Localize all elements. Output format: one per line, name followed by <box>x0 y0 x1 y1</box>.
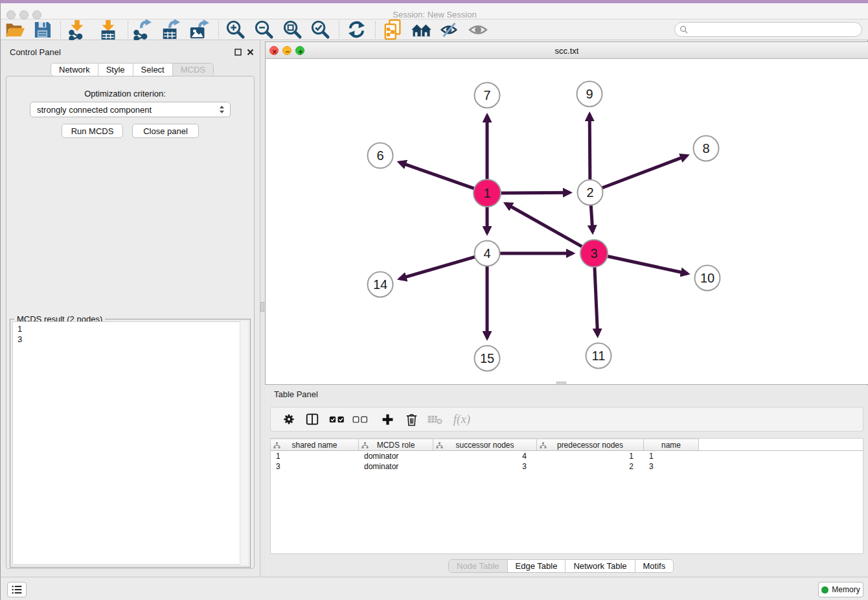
horizontal-divider-handle[interactable] <box>556 382 566 385</box>
delete-table-icon[interactable] <box>426 408 444 431</box>
edge-3-10[interactable] <box>606 256 688 273</box>
edge-2-3[interactable] <box>591 203 593 232</box>
edge-2-8[interactable] <box>600 156 687 189</box>
zoom-fit-icon[interactable] <box>280 19 304 40</box>
mcds-result-list[interactable]: 13 <box>12 321 248 565</box>
delete-icon[interactable] <box>402 408 420 431</box>
edge-3-11[interactable] <box>595 266 598 336</box>
node-15[interactable]: 15 <box>475 346 500 371</box>
node-label: 9 <box>586 87 593 101</box>
run-mcds-button[interactable]: Run MCDS <box>62 124 123 138</box>
node-label: 3 <box>590 246 597 260</box>
select-all-checkbox-icon[interactable] <box>328 408 347 431</box>
control-panel: Control Panel NetworkStyleSelectMCDS Opt… <box>1 40 260 577</box>
zoom-out-icon[interactable] <box>252 19 275 40</box>
table-cell[interactable]: 1 <box>271 452 359 461</box>
network-window-title: scc.txt <box>266 46 868 56</box>
table-cell[interactable]: 1 <box>644 452 699 461</box>
node-9[interactable]: 9 <box>577 82 602 107</box>
result-scrollbar[interactable] <box>240 321 248 565</box>
task-list-button[interactable] <box>7 582 27 597</box>
table-cell[interactable]: 3 <box>271 462 359 471</box>
close-panel-button[interactable]: Close panel <box>132 124 199 138</box>
open-session-icon[interactable] <box>3 19 27 40</box>
table-cell[interactable]: 1 <box>537 452 644 461</box>
tab-network[interactable]: Network <box>51 63 98 76</box>
export-table-icon[interactable] <box>159 19 182 40</box>
node-1[interactable]: 1 <box>474 179 501 207</box>
tab-edge-table[interactable]: Edge Table <box>508 560 566 572</box>
add-icon[interactable] <box>377 408 398 431</box>
table-cell[interactable]: dominator <box>359 462 433 471</box>
table-cell[interactable]: dominator <box>359 452 433 461</box>
close-panel-icon[interactable] <box>246 48 254 56</box>
tab-mcds[interactable]: MCDS <box>173 63 213 76</box>
node-2[interactable]: 2 <box>578 180 603 205</box>
tab-network-table[interactable]: Network Table <box>565 560 635 572</box>
column-view-icon[interactable] <box>303 408 321 431</box>
table-header-row: shared nameMCDS rolesuccessor nodesprede… <box>271 439 863 451</box>
table-cell[interactable]: 3 <box>644 462 699 471</box>
node-8[interactable]: 8 <box>694 136 719 161</box>
result-item[interactable]: 1 <box>17 324 247 334</box>
column-header-successor-nodes[interactable]: successor nodes <box>433 439 537 450</box>
network-graph: 7968124314101511 <box>266 59 868 384</box>
table-cell[interactable]: 3 <box>433 462 537 471</box>
zoom-selected-icon[interactable] <box>308 19 332 40</box>
node-label: 6 <box>376 148 383 163</box>
node-label: 14 <box>373 277 387 292</box>
node-7[interactable]: 7 <box>475 83 500 108</box>
home-icon[interactable] <box>410 19 433 40</box>
import-network-icon[interactable] <box>65 19 89 40</box>
column-header-predecessor-nodes[interactable]: predecessor nodes <box>537 439 644 450</box>
titlebar: Session: New Session <box>1 3 868 19</box>
export-network-icon[interactable] <box>130 19 154 40</box>
node-label: 11 <box>592 349 606 363</box>
node-4[interactable]: 4 <box>475 241 500 266</box>
edge-3-1[interactable] <box>506 203 584 247</box>
panel-divider-handle[interactable] <box>260 302 264 312</box>
tab-select[interactable]: Select <box>133 63 173 76</box>
result-item[interactable]: 3 <box>17 334 247 345</box>
export-image-icon[interactable] <box>187 19 211 40</box>
node-11[interactable]: 11 <box>586 343 611 369</box>
column-header-mcds-role[interactable]: MCDS role <box>359 439 433 450</box>
annotation-icon[interactable] <box>382 19 405 40</box>
zoom-in-icon[interactable] <box>223 19 247 40</box>
tab-style[interactable]: Style <box>98 63 133 76</box>
tab-motifs[interactable]: Motifs <box>635 560 674 572</box>
table-row[interactable]: 3dominator323 <box>271 461 863 472</box>
save-session-icon[interactable] <box>30 19 54 40</box>
search-input[interactable] <box>691 25 862 34</box>
node-10[interactable]: 10 <box>695 266 720 291</box>
table-cell[interactable]: 2 <box>537 462 644 471</box>
float-panel-icon[interactable] <box>234 48 242 56</box>
edge-1-6[interactable] <box>400 162 475 189</box>
hide-eye-icon[interactable] <box>437 19 461 40</box>
edge-4-14[interactable] <box>400 257 476 279</box>
column-header-name[interactable]: name <box>644 439 699 450</box>
network-window-titlebar: scc.txt <box>266 42 868 59</box>
edge-1-2[interactable] <box>499 192 570 193</box>
optimization-criterion-select[interactable]: strongly connected component <box>30 102 231 117</box>
memory-button[interactable]: Memory <box>818 582 863 597</box>
show-eye-icon[interactable] <box>466 19 490 40</box>
tab-node-table[interactable]: Node Table <box>449 560 508 572</box>
node-6[interactable]: 6 <box>368 143 393 168</box>
status-bar: Memory <box>1 577 868 600</box>
list-icon <box>11 584 23 595</box>
node-14[interactable]: 14 <box>368 272 393 297</box>
table-row[interactable]: 1dominator411 <box>271 451 863 461</box>
column-header-shared-name[interactable]: shared name <box>271 439 359 450</box>
node-3[interactable]: 3 <box>580 240 608 267</box>
refresh-icon[interactable] <box>345 19 368 40</box>
edge-2-9[interactable] <box>589 114 590 181</box>
function-builder-icon[interactable]: f(x) <box>450 408 474 431</box>
deselect-checkbox-icon[interactable] <box>351 408 371 431</box>
gear-icon[interactable] <box>280 408 298 431</box>
network-canvas[interactable]: 7968124314101511 <box>266 59 868 384</box>
network-view-window: scc.txt 7968124314101511 <box>265 41 868 385</box>
memory-status-icon <box>821 586 828 594</box>
table-cell[interactable]: 4 <box>433 452 537 461</box>
import-table-icon[interactable] <box>97 19 120 40</box>
